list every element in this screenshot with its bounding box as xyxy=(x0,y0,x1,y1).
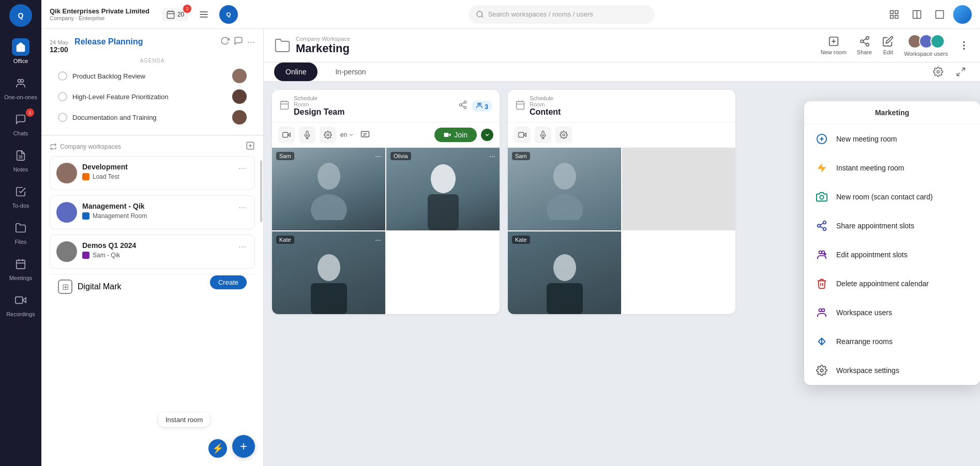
calendar-button[interactable]: 20 2 xyxy=(162,8,188,21)
sidebar-item-chats[interactable]: 1 Chats xyxy=(0,105,41,142)
svg-point-35 xyxy=(866,37,869,40)
user-avatar[interactable] xyxy=(953,5,972,24)
video-toggle-button[interactable] xyxy=(278,127,295,143)
dropdown-item-delete-appointment-calendar[interactable]: Delete appointment calendar xyxy=(804,269,980,298)
tab-in-person[interactable]: In-person xyxy=(324,63,377,81)
participant-options-olivia[interactable]: ··· xyxy=(489,152,495,160)
fab-add-button[interactable]: + xyxy=(232,435,255,458)
sidebar-item-recordings[interactable]: Recordings xyxy=(0,286,41,322)
workspace-name-management: Management - Qik xyxy=(82,202,231,210)
mic-toggle-button[interactable] xyxy=(299,127,315,143)
calendar-date: 20 xyxy=(177,11,184,18)
participant-name-content-kate: Kate xyxy=(512,236,530,244)
workspace-card-development[interactable]: Development Load Test ··· xyxy=(50,156,255,190)
svg-marker-75 xyxy=(524,133,526,137)
plus-circle-icon xyxy=(815,132,829,146)
dropdown-item-new-room-scan[interactable]: New room (scan contact card) xyxy=(804,182,980,211)
edit-button[interactable]: Edit xyxy=(882,36,894,55)
room-language: en xyxy=(340,131,354,138)
workspace-card-demos[interactable]: Demos Q1 2024 Sam - Qik ··· xyxy=(50,235,255,269)
dropdown-label-rearrange-rooms: Rearrange rooms xyxy=(836,337,893,346)
agenda-avatar-2 xyxy=(232,89,247,104)
room-header-actions: 3 xyxy=(458,100,492,112)
dropdown-item-rearrange-rooms[interactable]: Rearrange rooms xyxy=(804,327,980,356)
room-controls-content xyxy=(508,122,735,148)
settings-room-button-content[interactable] xyxy=(555,127,572,143)
workspace-name-demos: Demos Q1 2024 xyxy=(82,241,231,250)
sidebar-item-one-on-ones[interactable]: One-on-ones xyxy=(0,69,41,105)
dropdown-item-workspace-users[interactable]: Workspace users xyxy=(804,298,980,327)
sidebar-item-meetings[interactable]: Meetings xyxy=(0,250,41,286)
share-button[interactable]: Share xyxy=(857,36,872,55)
workspace-menu-demos[interactable]: ··· xyxy=(236,241,248,252)
new-room-button[interactable]: New room xyxy=(821,36,847,55)
lightning-button[interactable]: ⚡ xyxy=(208,439,227,458)
panel-scrollbar[interactable] xyxy=(260,160,262,222)
schedule-icon-content xyxy=(515,100,525,112)
join-button[interactable]: Join xyxy=(434,128,477,142)
folder-icon xyxy=(274,37,291,54)
agenda-checkbox-1[interactable] xyxy=(58,71,67,81)
digital-mark-name: Digital Mark xyxy=(78,282,121,291)
workspace-menu-management[interactable]: ··· xyxy=(236,202,248,213)
dropdown-title: Marketing xyxy=(804,101,980,125)
dropdown-item-workspace-settings[interactable]: Workspace settings xyxy=(804,356,980,385)
participant-name-sam: Sam xyxy=(276,152,294,160)
expand-icon[interactable] xyxy=(952,63,970,81)
dropdown-menu: Marketing New meeting room Instant meeti… xyxy=(804,101,980,385)
tab-online[interactable]: Online xyxy=(274,63,318,81)
sidebar-item-notes[interactable]: Notes xyxy=(0,142,41,178)
dropdown-item-new-meeting-room[interactable]: New meeting room xyxy=(804,125,980,153)
sidebar-item-label: Chats xyxy=(13,130,28,136)
more-options-button[interactable] xyxy=(958,40,970,51)
settings-room-button[interactable] xyxy=(320,127,336,143)
share-room-icon[interactable] xyxy=(458,100,468,112)
grid-view-button[interactable] xyxy=(885,5,903,24)
agenda-checkbox-3[interactable] xyxy=(58,113,67,122)
room-card-header-design-team: Schedule Room Design Team 3 xyxy=(272,90,500,122)
add-workspace-button[interactable] xyxy=(246,141,255,152)
svg-point-54 xyxy=(479,103,481,105)
captions-icon[interactable] xyxy=(360,129,370,141)
app-logo[interactable]: Q xyxy=(9,4,32,27)
comment-icon[interactable] xyxy=(234,36,243,48)
dropdown-item-instant-meeting-room[interactable]: Instant meeting room xyxy=(804,153,980,182)
meeting-title: Release Planning xyxy=(74,37,143,46)
workspace-info-management: Management - Qik Management Room xyxy=(82,202,231,220)
svg-line-39 xyxy=(863,39,866,41)
svg-line-52 xyxy=(461,103,464,104)
settings-icon[interactable] xyxy=(929,63,947,81)
agenda-checkbox-2[interactable] xyxy=(58,92,67,101)
participant-name-content-sam: Sam xyxy=(512,152,530,160)
refresh-icon[interactable] xyxy=(220,36,230,48)
create-btn-label[interactable]: Create xyxy=(210,275,247,289)
sidebar-item-office[interactable]: Office xyxy=(0,33,41,69)
svg-point-37 xyxy=(866,43,869,46)
panel-meeting: 24 May 12:00 Release Planning ··· AGENDA… xyxy=(41,29,263,135)
qik-logo-button[interactable]: Q xyxy=(219,5,238,24)
svg-point-99 xyxy=(822,309,825,312)
search-bar[interactable]: Search workspaces / rooms / users xyxy=(469,5,655,24)
sort-icon xyxy=(815,334,829,349)
sidebar-item-todos[interactable]: To-dos xyxy=(0,178,41,214)
mic-toggle-button-content[interactable] xyxy=(535,127,551,143)
dropdown-item-share-appointment-slots[interactable]: Share appointment slots xyxy=(804,211,980,240)
dropdown-item-edit-appointment-slots[interactable]: Edit appointment slots xyxy=(804,240,980,269)
room-header-info-content: Schedule Room Content xyxy=(530,95,728,117)
participant-options-sam[interactable]: ··· xyxy=(375,152,381,160)
participant-options-kate[interactable]: ··· xyxy=(375,236,381,244)
split-view-button[interactable] xyxy=(908,5,926,24)
svg-point-50 xyxy=(464,106,466,109)
video-toggle-button-content[interactable] xyxy=(514,127,531,143)
workspace-card-management[interactable]: Management - Qik Management Room ··· xyxy=(50,195,255,229)
workspace-menu-development[interactable]: ··· xyxy=(236,163,248,174)
single-view-button[interactable] xyxy=(930,5,949,24)
calendar-badge: 2 xyxy=(183,5,191,13)
sidebar-item-label: Office xyxy=(13,58,28,64)
more-icon[interactable]: ··· xyxy=(247,37,255,48)
join-chevron-button[interactable] xyxy=(481,129,493,141)
room-name-label: Room xyxy=(294,101,454,107)
hamburger-menu-button[interactable] xyxy=(194,5,213,24)
sidebar-item-files[interactable]: Files xyxy=(0,214,41,250)
workspace-users-button[interactable]: Workspace users xyxy=(904,34,948,57)
